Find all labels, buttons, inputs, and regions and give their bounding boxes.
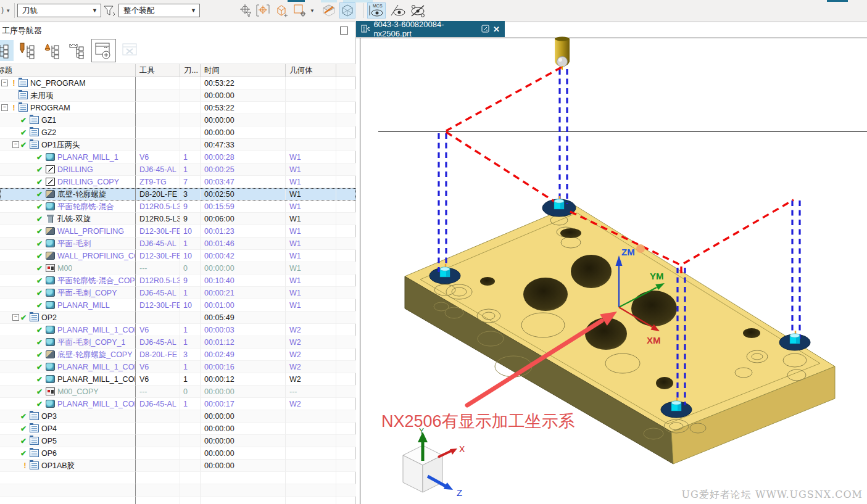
row-title-cell: ✔平面轮廓铣-混合_COPY: [0, 275, 136, 287]
tree-row[interactable]: ✔WALL_PROFILING_CO...D12-30L-FE1000:00:4…: [0, 250, 356, 262]
bracket-snap-icon[interactable]: [255, 2, 271, 19]
wireframe-box-icon[interactable]: [339, 2, 355, 19]
assembly-scope-dropdown[interactable]: 整个装配▼: [118, 4, 200, 17]
row-filler-cell: [336, 472, 356, 484]
row-label: WALL_PROFILING_CO...: [57, 250, 135, 262]
tree-row[interactable]: ✔平面轮廓铣-混合D12R0.5-L3...900:15:59W1: [0, 200, 356, 213]
tree-row[interactable]: ✔GZ200:00:00: [0, 126, 356, 139]
mill-icon: [46, 276, 55, 284]
toolpath-view-dropdown[interactable]: 刀轨▼: [17, 4, 101, 17]
tree-row[interactable]: [0, 472, 356, 484]
tree-row[interactable]: ✔OP400:00:00: [0, 423, 356, 435]
row-geometry-cell: W2: [286, 349, 336, 361]
tree-row[interactable]: ✔平面-毛刺DJ6-45-AL100:01:46W1: [0, 238, 356, 250]
expand-toggle[interactable]: −: [12, 314, 19, 321]
square-crosshair-icon[interactable]: [292, 2, 308, 19]
expand-toggle[interactable]: −: [1, 80, 8, 86]
status-check-icon: ✔: [36, 188, 46, 200]
row-title-cell: ✔平面-毛刺: [0, 238, 136, 250]
status-warning-icon: !: [9, 77, 19, 89]
tree-row[interactable]: ✔OP600:00:00: [0, 447, 356, 460]
tree-row[interactable]: −!PROGRAM00:53:22: [0, 102, 356, 114]
row-label: NC_PROGRAM: [30, 77, 86, 89]
column-header-cuts[interactable]: 刀...: [180, 64, 201, 76]
dropdown-caret-icon[interactable]: ▼: [308, 2, 317, 19]
tree-row[interactable]: ✔PLANAR_MILL_1_COP...V6100:00:12W2: [0, 373, 356, 386]
tree-row[interactable]: ✔OP300:00:00: [0, 410, 356, 423]
column-header-geometry[interactable]: 几何体: [286, 64, 336, 76]
tree-row[interactable]: ✔PLANAR_MILLD12-30L-FE1000:01:00W1: [0, 299, 356, 312]
visibility-line-icon[interactable]: [389, 2, 407, 19]
status-check-icon: ✔: [36, 250, 46, 262]
tree-row[interactable]: −!NC_PROGRAM00:53:22: [0, 77, 356, 89]
toolbar-separator: [363, 3, 363, 18]
tree-row[interactable]: ✔M00_COPY---000:00:00---: [0, 386, 356, 398]
row-geometry-cell: W2: [286, 324, 336, 336]
visibility-off-icon[interactable]: [409, 2, 427, 19]
toolbar-overflow-fragment[interactable]: ) ▼: [1, 6, 10, 14]
row-tool-cell: [136, 312, 180, 324]
tree-row[interactable]: 未用项00:00:00: [0, 89, 356, 102]
program-order-view-icon[interactable]: [0, 40, 14, 61]
machine-tool-view-icon[interactable]: [17, 40, 38, 61]
tree-row[interactable]: −✔OP200:05:49: [0, 312, 356, 324]
row-label: 底壁-轮廓螺旋_COPY: [57, 349, 133, 361]
folder-icon: [19, 79, 28, 87]
expand-toggle[interactable]: −: [1, 104, 8, 111]
box-crosshair-icon[interactable]: [273, 2, 289, 19]
tree-row[interactable]: [0, 484, 356, 497]
new-navigator-window-icon[interactable]: [91, 39, 116, 62]
machining-method-view-icon[interactable]: [67, 40, 88, 61]
tree-row[interactable]: ✔WALL_PROFILINGD12-30L-FE1000:01:23W1: [0, 225, 356, 238]
tree-row[interactable]: ✔平面-毛刺_COPYDJ6-45-AL100:00:21W1: [0, 287, 356, 299]
tree-row[interactable]: ✔底壁-轮廓螺旋_COPYD8-20L-FE300:02:49W2: [0, 349, 356, 361]
tree-row[interactable]: ✔DRILLINGDJ6-45-AL100:00:25W1: [0, 163, 356, 176]
tree-row[interactable]: ✔PLANAR_MILL_1_COPYV6100:00:16W2: [0, 361, 356, 373]
row-label: 平面-毛刺: [57, 238, 91, 250]
column-header-tool[interactable]: 工具: [136, 64, 180, 76]
row-cuts-cell: [180, 447, 201, 460]
row-cuts-cell: [180, 77, 201, 89]
row-geometry-cell: [286, 89, 336, 102]
status-check-icon: ✔: [20, 423, 30, 435]
tree-row[interactable]: ✔平面-毛刺_COPY_1DJ6-45-AL100:01:12W2: [0, 336, 356, 349]
tree-row[interactable]: ✔M00---000:00:00W1: [0, 262, 356, 275]
row-cuts-cell: 3: [180, 188, 201, 200]
row-label: GZ2: [41, 126, 56, 139]
geometry-view-icon[interactable]: [42, 40, 63, 61]
tree-row[interactable]: ✔底壁-轮廓螺旋D8-20L-FE300:02:50W1: [0, 188, 356, 200]
viewport-canvas[interactable]: ZM YM XM NX2506有显示加工坐示系 Y X: [356, 22, 867, 504]
slash-box-icon[interactable]: [321, 2, 337, 19]
tree-row[interactable]: ✔孔铣-双旋D12R0.5-L3...900:06:00W1: [0, 213, 356, 225]
tree-row[interactable]: ✔OP500:00:00: [0, 435, 356, 447]
tree-row[interactable]: ✔DRILLING_COPYZT9-TG700:03:47W1: [0, 176, 356, 188]
tree-row[interactable]: ✔PLANAR_MILL_1_COP...DJ6-45-AL100:00:17W…: [0, 398, 356, 410]
drill-icon: [46, 178, 55, 186]
status-check-icon: ✔: [36, 238, 46, 250]
tree-row[interactable]: ✔PLANAR_MILL_1_COP...V6100:00:03W2: [0, 324, 356, 336]
mcs-visibility-icon[interactable]: MCS: [367, 2, 386, 19]
column-header-title[interactable]: 标题: [0, 64, 136, 76]
mill-icon: [46, 301, 55, 309]
tree-row[interactable]: [0, 497, 356, 504]
crosshair-filter-icon[interactable]: [238, 2, 254, 19]
expand-toggle[interactable]: −: [12, 141, 19, 148]
view-triad[interactable]: Y X Z: [403, 427, 465, 498]
mill-icon: [46, 363, 55, 371]
tree-row[interactable]: ✔PLANAR_MILL_1V6100:00:28W1: [0, 151, 356, 163]
tree-row[interactable]: !OP1AB胶00:00:00: [0, 460, 356, 472]
row-cuts-cell: [180, 484, 201, 497]
row-geometry-cell: W1: [286, 200, 336, 213]
row-filler-cell: [336, 262, 356, 275]
column-header-time[interactable]: 时间: [201, 64, 286, 76]
row-filler-cell: [336, 200, 356, 213]
tree-row[interactable]: −✔OP1压两头00:47:33: [0, 139, 356, 151]
row-time-cell: 00:00:00: [201, 386, 286, 398]
tree-row[interactable]: ✔GZ100:00:00: [0, 114, 356, 126]
row-filler-cell: [336, 361, 356, 373]
tree-row[interactable]: ✔平面轮廓铣-混合_COPYD12R0.5-L3...900:10:40W1: [0, 275, 356, 287]
row-geometry-cell: [286, 312, 336, 324]
undock-panel-button[interactable]: [340, 27, 348, 35]
row-label: DRILLING_COPY: [57, 176, 119, 188]
filter-reset-icon[interactable]: [101, 2, 117, 19]
